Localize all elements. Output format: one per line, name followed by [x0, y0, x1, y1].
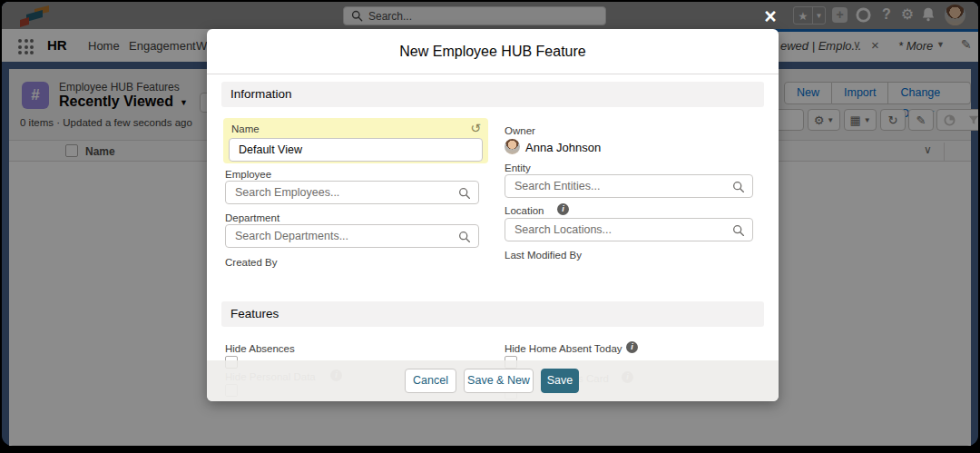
location-lookup: [505, 218, 753, 241]
section-features[interactable]: Features: [221, 301, 764, 327]
info-icon[interactable]: i: [626, 341, 638, 353]
app-window: ★ ▼ + ? ⚙ HR Home Engagement W ewed | Em…: [2, 2, 978, 446]
hide-home-absent-today-label: Hide Home Absent Today: [505, 343, 622, 354]
location-lookup-input[interactable]: [514, 223, 729, 236]
modal-footer: Cancel Save & New Save: [207, 360, 779, 401]
name-input-wrap: [229, 138, 483, 162]
undo-icon[interactable]: ↺: [470, 121, 481, 135]
name-input[interactable]: [239, 143, 473, 156]
hide-absences-label: Hide Absences: [225, 343, 295, 354]
new-record-modal: New Employee HUB Feature Information Nam…: [207, 29, 779, 401]
owner-label: Owner: [505, 125, 535, 136]
screenshot-frame: ★ ▼ + ? ⚙ HR Home Engagement W ewed | Em…: [0, 0, 980, 453]
save-and-new-button[interactable]: Save & New: [464, 369, 534, 393]
department-lookup-input[interactable]: [235, 230, 455, 242]
entity-label: Entity: [505, 162, 531, 173]
search-icon: [732, 181, 745, 193]
search-icon: [458, 231, 471, 243]
employee-lookup-input[interactable]: [235, 186, 455, 199]
employee-label: Employee: [225, 169, 271, 180]
entity-lookup: [505, 174, 753, 198]
employee-lookup: [225, 181, 479, 204]
entity-lookup-input[interactable]: [514, 180, 729, 192]
location-label: Location: [505, 205, 544, 216]
owner-value: Anna Johnson: [525, 141, 601, 154]
modal-close-icon[interactable]: ×: [757, 4, 784, 29]
cancel-button[interactable]: Cancel: [405, 369, 456, 393]
department-label: Department: [225, 212, 279, 223]
created-by-label: Created By: [225, 257, 278, 268]
search-icon: [458, 187, 471, 200]
search-icon: [732, 224, 745, 237]
modal-title: New Employee HUB Feature: [207, 29, 779, 74]
save-button[interactable]: Save: [541, 369, 579, 393]
info-icon[interactable]: i: [557, 203, 569, 215]
name-field-highlight: Name ↺: [223, 118, 488, 163]
name-label: Name: [231, 123, 260, 134]
last-modified-by-label: Last Modified By: [505, 250, 582, 261]
section-information[interactable]: Information: [221, 82, 764, 107]
department-lookup: [225, 224, 479, 248]
owner-avatar: [505, 139, 520, 154]
